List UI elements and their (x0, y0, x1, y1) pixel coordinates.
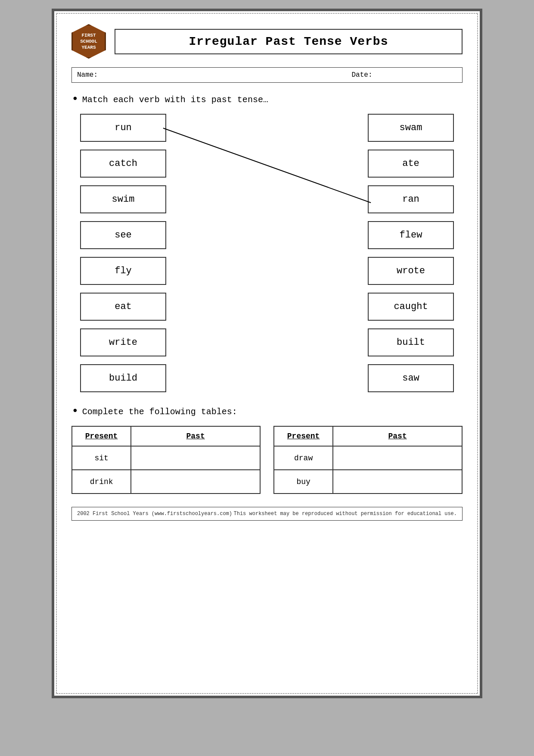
table-row: draw (274, 446, 462, 470)
footer-left: 2002 First School Years (www.firstschool… (77, 511, 232, 517)
table-row: drink (72, 470, 260, 494)
tables-container: Present Past sit drink (71, 426, 463, 494)
instruction-2-text: Complete the following tables: (82, 407, 237, 417)
name-label: Name: (77, 71, 267, 79)
instruction-1-text: Match each verb with its past tense… (82, 95, 268, 105)
right-column: swam ate ran flew wrote caught built saw (368, 114, 454, 392)
verb-box-caught: caught (368, 293, 454, 321)
footer: 2002 First School Years (www.firstschool… (71, 507, 463, 521)
table2-header-past: Past (333, 426, 462, 446)
verb-box-swim: swim (80, 185, 166, 213)
table-row: buy (274, 470, 462, 494)
verb-box-fly: fly (80, 257, 166, 285)
table2-header-present: Present (274, 426, 333, 446)
verb-box-flew: flew (368, 221, 454, 249)
instruction-1: • Match each verb with its past tense… (71, 93, 463, 105)
bullet-1: • (71, 93, 79, 105)
table1-row1-present: sit (72, 446, 131, 470)
verb-box-wrote: wrote (368, 257, 454, 285)
footer-right: This worksheet may be reproduced without… (234, 511, 457, 517)
verb-box-swam: swam (368, 114, 454, 142)
verb-box-build: build (80, 364, 166, 392)
logo-text: FIRST SCHOOL YEARS (80, 32, 97, 51)
left-column: run catch swim see fly eat write build (80, 114, 166, 392)
verb-box-ran: ran (368, 185, 454, 213)
logo: FIRST SCHOOL YEARS (71, 24, 106, 59)
table1-header-past: Past (131, 426, 260, 446)
table-1: Present Past sit drink (71, 426, 261, 494)
title-box: Irregular Past Tense Verbs (115, 29, 463, 54)
table-2: Present Past draw buy (273, 426, 463, 494)
verb-box-built: built (368, 328, 454, 356)
table2-row2-past[interactable] (333, 470, 462, 494)
header: FIRST SCHOOL YEARS Irregular Past Tense … (71, 24, 463, 59)
table1-row1-past[interactable] (131, 446, 260, 470)
bullet-2: • (71, 405, 79, 417)
verb-box-saw: saw (368, 364, 454, 392)
verb-box-eat: eat (80, 293, 166, 321)
table1-row2-past[interactable] (131, 470, 260, 494)
tables-section: Present Past sit drink (71, 426, 463, 494)
table1-header-present: Present (72, 426, 131, 446)
svg-line-0 (163, 128, 371, 203)
verb-box-ate: ate (368, 150, 454, 178)
instruction-2: • Complete the following tables: (71, 405, 463, 417)
name-date-row: Name: Date: (71, 67, 463, 83)
matching-section: run catch swim see fly eat write build s… (80, 114, 454, 392)
table1-row2-present: drink (72, 470, 131, 494)
verb-box-catch: catch (80, 150, 166, 178)
verb-box-write: write (80, 328, 166, 356)
verb-box-see: see (80, 221, 166, 249)
table-row: sit (72, 446, 260, 470)
page-title: Irregular Past Tense Verbs (121, 35, 456, 48)
table2-row1-present: draw (274, 446, 333, 470)
table2-row1-past[interactable] (333, 446, 462, 470)
verb-box-run: run (80, 114, 166, 142)
date-label: Date: (267, 71, 457, 79)
worksheet-page: FIRST SCHOOL YEARS Irregular Past Tense … (52, 9, 482, 698)
table2-row2-present: buy (274, 470, 333, 494)
